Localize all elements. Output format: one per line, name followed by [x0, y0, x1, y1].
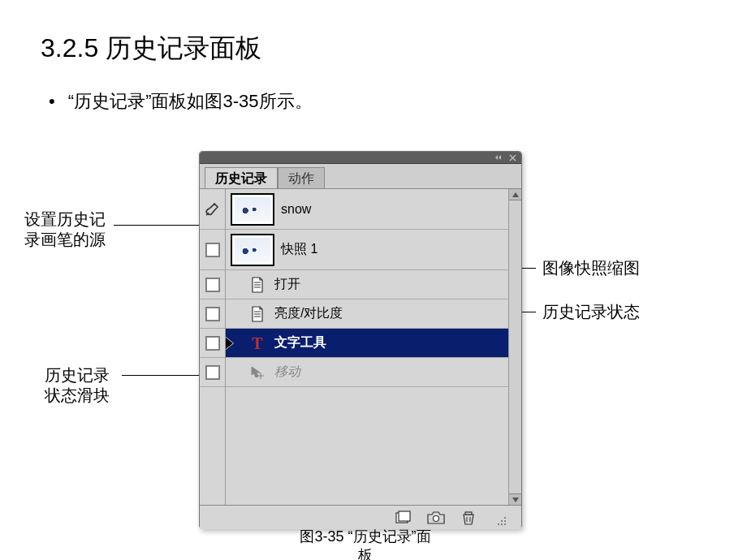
- snapshot-row[interactable]: snow: [226, 189, 508, 230]
- svg-text:T: T: [252, 335, 263, 351]
- bullet-marker: •: [49, 91, 55, 111]
- history-slider-icon[interactable]: [226, 337, 233, 350]
- scrollbar[interactable]: [508, 189, 521, 505]
- history-brush-icon: [204, 200, 222, 218]
- snapshot-row[interactable]: 快照 1: [226, 230, 508, 270]
- annotation-brush-source: 设置历史记 录画笔的源: [24, 209, 106, 250]
- annotation-slider: 历史记录 状态滑块: [45, 365, 110, 406]
- collapse-icon[interactable]: [494, 154, 503, 162]
- history-state-row[interactable]: 移动: [226, 358, 508, 387]
- brush-source-slot[interactable]: [200, 189, 225, 230]
- svg-point-15: [504, 520, 506, 522]
- snapshot-thumbnail: [231, 234, 274, 266]
- svg-point-9: [434, 515, 439, 521]
- history-state-label: 打开: [274, 276, 300, 293]
- brush-source-slot[interactable]: [200, 230, 225, 270]
- document-icon: [248, 276, 266, 294]
- brush-source-slot[interactable]: [200, 299, 225, 329]
- svg-point-17: [501, 523, 503, 525]
- document-icon: [248, 305, 266, 323]
- history-state-row[interactable]: T 文字工具: [226, 329, 508, 358]
- section-heading: 3.2.5 历史记录面板: [41, 31, 261, 67]
- history-state-label: 文字工具: [274, 334, 326, 351]
- delete-button[interactable]: [458, 509, 479, 527]
- resize-grip-icon[interactable]: [490, 511, 512, 529]
- text-tool-icon: T: [248, 334, 266, 352]
- history-state-row[interactable]: 亮度/对比度: [226, 299, 508, 329]
- history-state-label: 移动: [274, 364, 300, 381]
- svg-point-16: [498, 523, 499, 525]
- history-state-label: 亮度/对比度: [274, 305, 343, 322]
- list-column: snow 快照 1 打开 亮度/对比度 T: [226, 189, 508, 505]
- panel-titlebar: [200, 152, 521, 164]
- brush-source-column: [200, 189, 226, 505]
- scroll-up-icon[interactable]: [509, 189, 521, 200]
- history-state-row[interactable]: 打开: [226, 270, 508, 299]
- new-snapshot-button[interactable]: [425, 509, 447, 527]
- svg-rect-8: [399, 511, 410, 521]
- tab-actions[interactable]: 动作: [278, 167, 325, 188]
- annotation-snapshot-thumb: 图像快照缩图: [542, 258, 640, 278]
- snapshot-thumbnail: [231, 193, 274, 226]
- svg-point-14: [501, 520, 503, 522]
- tab-history[interactable]: 历史记录: [205, 167, 278, 188]
- annotation-history-state: 历史记录状态: [542, 302, 640, 322]
- move-tool-icon: [248, 364, 266, 381]
- brush-source-slot[interactable]: [200, 358, 225, 387]
- annotation-line: [114, 225, 209, 226]
- bullet-line: • “历史记录”面板如图3-35所示。: [49, 89, 313, 114]
- panel-tabs: 历史记录 动作: [200, 164, 521, 188]
- panel-footer: [200, 505, 521, 529]
- new-document-from-state-button[interactable]: [393, 509, 414, 527]
- brush-source-slot[interactable]: [200, 270, 225, 299]
- brush-source-slot[interactable]: [200, 329, 225, 358]
- panel-body: snow 快照 1 打开 亮度/对比度 T: [200, 188, 521, 505]
- figure-caption: 图3-35 “历史记录”面 板: [260, 528, 471, 560]
- bullet-text: “历史记录”面板如图3-35所示。: [68, 91, 313, 111]
- snapshot-label: snow: [281, 202, 311, 217]
- snapshot-label: 快照 1: [281, 241, 317, 258]
- svg-rect-10: [465, 512, 472, 515]
- scroll-down-icon[interactable]: [509, 493, 521, 505]
- svg-point-13: [504, 517, 506, 519]
- svg-point-18: [504, 523, 506, 525]
- history-panel: 历史记录 动作 snow 快照 1: [199, 151, 522, 529]
- close-icon[interactable]: [509, 154, 516, 162]
